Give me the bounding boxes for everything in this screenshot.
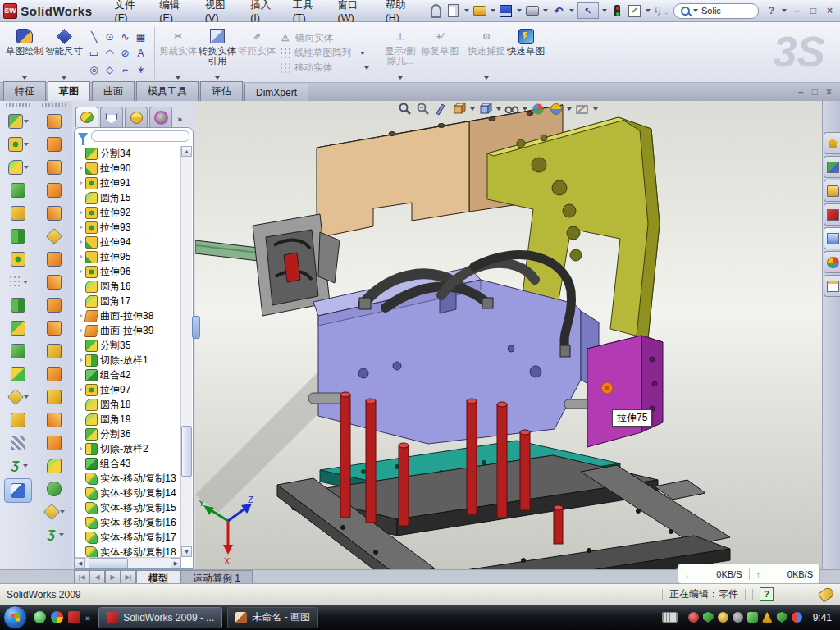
sketch-dropdown[interactable] <box>22 76 27 80</box>
traffic-light-icon[interactable] <box>610 3 625 18</box>
tree-item[interactable]: 圆角17 <box>76 294 180 308</box>
quick-snaps-button[interactable]: ⊙ 快速捕捉 <box>467 24 506 82</box>
untrim-surface-icon[interactable] <box>42 386 66 408</box>
restore-button[interactable]: □ <box>806 5 820 16</box>
toolbar-grip[interactable] <box>42 103 66 107</box>
tree-item[interactable]: 曲面-拉伸39 <box>76 323 180 338</box>
tree-horizontal-scrollbar[interactable]: ◀ ▶ <box>75 557 181 568</box>
design-library-tab[interactable] <box>824 156 840 178</box>
linear-pattern-dropdown[interactable] <box>360 52 365 55</box>
split-tool-icon[interactable] <box>6 317 30 339</box>
selection-box-icon[interactable]: ▦ <box>134 29 148 45</box>
tray-update-icon[interactable] <box>718 612 728 623</box>
boundary-surface-icon[interactable] <box>42 203 66 224</box>
tree-item[interactable]: 组合42 <box>76 368 180 382</box>
tray-network-warning-icon[interactable] <box>762 612 773 623</box>
insert-part-icon[interactable] <box>6 386 30 408</box>
tab-surfaces[interactable]: 曲面 <box>92 81 135 101</box>
solidworks-resources-tab[interactable] <box>824 203 840 226</box>
linear-pattern-button[interactable]: 线性草图阵列 <box>280 47 370 59</box>
tree-item[interactable]: 组合43 <box>76 456 180 471</box>
move-entities-button[interactable]: 移动实体 <box>280 62 370 74</box>
convert-dropdown[interactable] <box>215 76 220 80</box>
freeform-icon[interactable] <box>42 501 66 523</box>
last-tab-button[interactable]: ▶| <box>121 570 136 584</box>
trim-dropdown[interactable] <box>176 76 180 80</box>
quicklaunch-solidworks-icon[interactable] <box>68 611 80 623</box>
configurationmanager-tab[interactable] <box>125 107 148 127</box>
tree-item[interactable]: 圆角18 <box>76 397 180 412</box>
toolbar-grip[interactable] <box>6 103 30 107</box>
tree-item[interactable]: 实体-移动/复制18 <box>76 545 180 557</box>
hide-show-items-icon[interactable] <box>504 101 520 117</box>
options-dropdown[interactable] <box>646 9 651 12</box>
first-tab-button[interactable]: |◀ <box>74 570 89 584</box>
deform-tool-icon[interactable] <box>6 409 30 431</box>
view-settings-dropdown[interactable] <box>593 107 598 111</box>
swept-surface-icon[interactable] <box>42 111 66 132</box>
scrollbar-thumb[interactable] <box>89 558 128 568</box>
tree-item[interactable]: 拉伸92 <box>76 205 180 220</box>
tree-vertical-scrollbar[interactable]: ▲ ▼ <box>180 146 192 557</box>
smart-dimension-dropdown[interactable] <box>62 76 66 80</box>
new-file-icon[interactable] <box>446 3 461 18</box>
help-dropdown[interactable] <box>782 9 787 12</box>
planar-surface-icon[interactable] <box>42 249 66 270</box>
apply-scene-icon[interactable] <box>548 101 564 117</box>
graphics-area[interactable]: Y Z X 拉伸7 <box>195 101 822 569</box>
arc-tool-icon[interactable]: ◠ <box>103 45 116 62</box>
move-copy-body-icon[interactable] <box>6 363 30 385</box>
pin-icon[interactable] <box>429 3 444 18</box>
search-scope-dropdown[interactable] <box>693 9 698 12</box>
motion-study-tab[interactable]: 运动算例 1 <box>180 570 253 584</box>
scrollbar-thumb[interactable] <box>181 426 192 477</box>
tree-item[interactable]: 实体-移动/复制16 <box>76 515 180 530</box>
extruded-cut-icon[interactable] <box>6 134 30 155</box>
next-tab-button[interactable]: ▶ <box>105 570 121 584</box>
sketch-button[interactable]: 草图绘制 <box>5 24 44 82</box>
filter-funnel-icon[interactable] <box>78 133 88 140</box>
tree-item[interactable]: 曲面-拉伸38 <box>76 308 180 323</box>
mirror-entities-button[interactable]: ⚠ 镜向实体 <box>280 32 370 44</box>
zoom-area-icon[interactable] <box>415 101 431 117</box>
display-style-icon[interactable] <box>477 101 494 117</box>
fillet-tool-icon[interactable] <box>6 157 30 178</box>
tree-item[interactable]: 拉伸94 <box>76 235 180 249</box>
scroll-left-icon[interactable]: ◀ <box>75 558 85 568</box>
dimxpertmanager-tab[interactable] <box>149 107 172 127</box>
view-orientation-icon[interactable] <box>451 101 468 117</box>
open-file-dropdown[interactable] <box>491 9 495 12</box>
surface-fillet-icon[interactable] <box>42 317 66 339</box>
taskbar-window-solidworks[interactable]: SolidWorks 2009 - ... <box>98 607 222 628</box>
tree-item[interactable]: 圆角15 <box>76 190 180 205</box>
undo-dropdown[interactable] <box>569 9 574 12</box>
line-tool-icon[interactable]: ╲ <box>87 29 101 45</box>
tab-dimxpert[interactable]: DimXpert <box>244 84 308 101</box>
tree-item[interactable]: 切除-放样2 <box>76 441 180 456</box>
propertymanager-tab[interactable] <box>100 107 123 127</box>
convert-entities-button[interactable]: 转换实体引用 <box>198 24 237 82</box>
move-entities-dropdown[interactable] <box>364 66 369 70</box>
delete-face-icon[interactable] <box>42 340 66 362</box>
quick-tips-icon[interactable]: ? <box>760 587 774 601</box>
curve-tool-icon[interactable]: Ʒ <box>6 455 30 477</box>
tree-item[interactable]: 分割35 <box>76 338 180 353</box>
doc-minimize-button[interactable]: – <box>798 86 804 98</box>
tree-item[interactable]: 切除-放样1 <box>76 353 180 368</box>
chamfer-tool-icon[interactable] <box>6 226 30 247</box>
trim-surface-icon[interactable] <box>42 409 66 431</box>
tray-network-icon[interactable] <box>747 612 758 623</box>
quicklaunch-messenger-icon[interactable] <box>34 611 46 623</box>
undo-icon[interactable]: ↶ <box>551 3 566 18</box>
hide-show-dropdown[interactable] <box>523 107 527 111</box>
instant3d-button[interactable] <box>4 478 32 503</box>
scroll-up-icon[interactable]: ▲ <box>181 146 192 157</box>
options-checklist-icon[interactable]: ✓ <box>628 3 642 18</box>
dome-tool-icon[interactable] <box>42 478 66 500</box>
lofted-surface-icon[interactable] <box>42 180 66 201</box>
extruded-boss-icon[interactable] <box>6 111 30 132</box>
start-button[interactable] <box>3 605 27 629</box>
zoom-fit-icon[interactable] <box>397 101 413 117</box>
hole-wizard-icon[interactable] <box>6 249 30 270</box>
close-button[interactable]: × <box>823 5 837 16</box>
